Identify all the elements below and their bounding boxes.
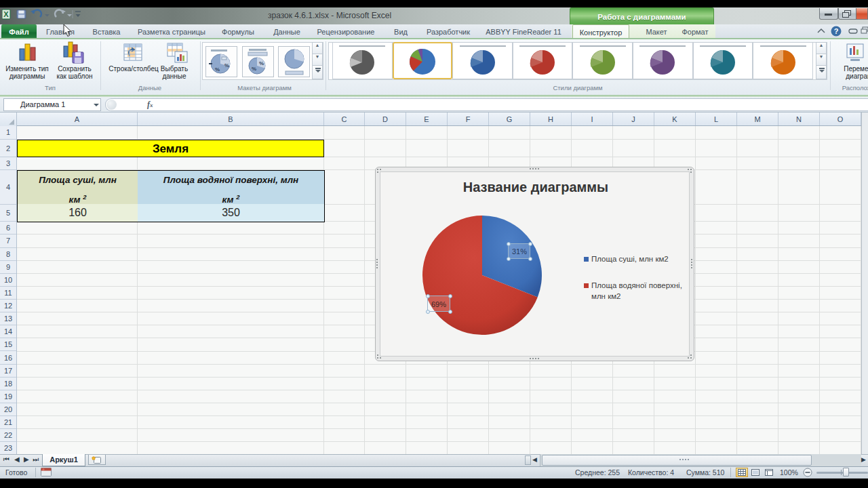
svg-text:?: ? bbox=[834, 27, 839, 35]
svg-text:%: % bbox=[215, 66, 220, 73]
svg-text:%: % bbox=[259, 60, 264, 66]
svg-text:X: X bbox=[3, 10, 9, 18]
svg-text:%: % bbox=[224, 62, 229, 68]
svg-text:%: % bbox=[252, 66, 256, 72]
